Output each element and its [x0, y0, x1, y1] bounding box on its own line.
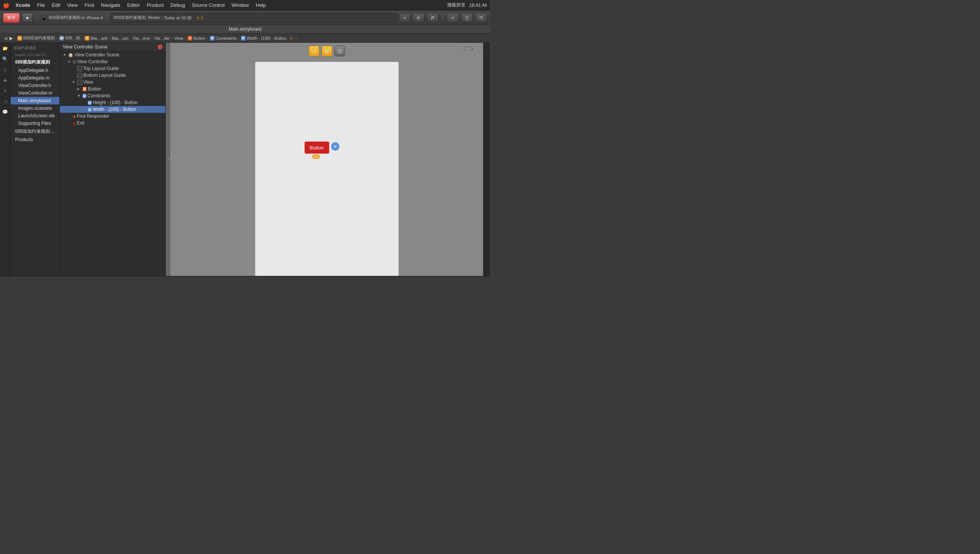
path-icon-width: ⊞ — [241, 36, 245, 40]
sidebar-item-main-storyboard[interactable]: Main.storyboard — [11, 97, 59, 104]
path-item-1[interactable]: A 009添加约束规则 — [18, 35, 55, 41]
path-expand[interactable]: › — [296, 36, 297, 40]
apple-menu[interactable]: 🍎 — [3, 2, 10, 8]
sidebar-item-viewcontroller-m[interactable]: ViewController.m — [11, 89, 59, 97]
tree-node-bottom-layout[interactable]: ▭ Bottom Layout Guide — [60, 72, 165, 79]
menu-xcode[interactable]: Xcode — [13, 2, 33, 9]
device-name: iPhone 6 — [87, 16, 103, 20]
path-item-5[interactable]: Vie…ene — [133, 36, 150, 40]
menu-window[interactable]: Window — [229, 2, 252, 9]
path-item-4[interactable]: Mai…se) — [111, 36, 128, 40]
tree-node-scene[interactable]: ▼ 🏠 View Controller Scene — [60, 51, 165, 58]
tree-node-constraints[interactable]: ▼ ⊞ Constraints — [60, 92, 165, 99]
nav-icon-warning[interactable]: ⚠ — [1, 65, 10, 74]
menu-file[interactable]: File — [34, 2, 48, 9]
main-layout: 📁 🔍 ⚠ ◈ ≡ ◁ 💬 添加约束规则 targets, iOS SDK 8.… — [0, 43, 490, 276]
layout-1[interactable]: ▭ — [447, 13, 458, 23]
stop-button[interactable]: ■ — [22, 13, 33, 23]
menu-help[interactable]: Help — [253, 2, 269, 9]
nav-icon-search[interactable]: 🔍 — [1, 55, 10, 63]
nav-icon-folder[interactable]: 📁 — [1, 44, 10, 53]
assistant-toggle[interactable]: ⇄ — [427, 13, 439, 23]
path-item-view[interactable]: View — [175, 36, 183, 40]
path-item-3[interactable]: S Mai…ard — [85, 36, 107, 40]
file-title: Main.storyboard — [229, 27, 261, 32]
view-icon: ▭ — [77, 80, 82, 85]
sidebar-item-project[interactable]: 009添加约束规则 — [11, 58, 59, 67]
status-time: Today at 16:38 — [164, 16, 191, 20]
tree-node-exit[interactable]: ◈ Exit — [60, 119, 165, 126]
height-constraint-label: Height - (100) - Button — [93, 100, 138, 105]
sidebar-item-tests[interactable]: 009添加约束规则Tests — [11, 127, 59, 136]
layout-3[interactable]: ⊡ — [475, 13, 487, 23]
button-arrow: ▶ — [77, 87, 83, 91]
sidebar-item-group: 添加约束规则 — [11, 44, 59, 52]
nav-icon-breakpoint[interactable]: ◁ — [1, 97, 10, 105]
tree-node-button[interactable]: ▶ B Button — [60, 86, 165, 92]
sidebar-item-supporting[interactable]: Supporting Files — [11, 119, 59, 127]
menu-view[interactable]: View — [64, 2, 81, 9]
canvas-tool-3[interactable]: ⊡ — [334, 46, 345, 56]
tree-node-top-layout[interactable]: ▭ Top Layout Guide — [60, 65, 165, 72]
phone-frame: Button ⊞ 64 — [255, 62, 399, 276]
sidebar-item-appdelegate-h[interactable]: AppDelegate.h — [11, 67, 59, 74]
tree-node-width-constraint[interactable]: ⊞ Width - (100) - Button — [60, 106, 165, 113]
scheme-selector[interactable]: 📱 009添加约束规则 ▶ iPhone 6 — [41, 15, 103, 21]
nav-forward[interactable]: ▶ — [9, 35, 14, 41]
menu-debug[interactable]: Debug — [168, 2, 188, 9]
path-item-button[interactable]: B Button — [188, 36, 205, 40]
tree-node-view[interactable]: ▼ ▭ View — [60, 79, 165, 86]
width-constraint-badge: ⊞ — [331, 142, 339, 151]
sidebar-item-products[interactable]: Products — [11, 136, 59, 143]
scene-label: View Controller Scene — [75, 52, 119, 57]
menu-product[interactable]: Product — [144, 2, 167, 9]
vc-label: View Controller — [77, 59, 108, 64]
canvas-button[interactable]: Button — [305, 142, 329, 154]
menu-editor[interactable]: Editor — [124, 2, 143, 9]
tree-header: View Controller Scene ✕ — [60, 43, 165, 51]
tree-node-viewcontroller[interactable]: ▼ ⊡ View Controller — [60, 58, 165, 65]
canvas-area: ⊙ ⊞ ⊡ Button ⊞ 64 — [170, 43, 483, 276]
bottom-layout-icon: ▭ — [77, 73, 82, 78]
debug-toggle[interactable]: ◎ — [412, 13, 425, 23]
canvas-splitter[interactable] — [166, 43, 170, 276]
path-warning: ⚠ — [290, 35, 293, 40]
scheme-name: 009添加约束规则 — [49, 15, 81, 21]
path-item-constraints[interactable]: ⊞ Constraints — [210, 36, 237, 40]
nav-icon-test[interactable]: ◈ — [1, 76, 10, 84]
title-bar: Main.storyboard — [0, 25, 490, 34]
sidebar-item-images[interactable]: Images.xcassets — [11, 104, 59, 112]
tree-node-height-constraint[interactable]: ⊞ Height - (100) - Button — [60, 99, 165, 106]
tree-node-first-responder[interactable]: ◈ First Responder — [60, 113, 165, 119]
pause-button[interactable]: 暂停 — [3, 13, 20, 23]
path-item-2[interactable]: 📁 009…则 — [59, 35, 80, 41]
first-responder-icon: ◈ — [73, 114, 76, 119]
canvas-tool-2[interactable]: ⊞ — [321, 46, 332, 56]
toolbar-right-buttons: ≡ ◎ ⇄ ▭ ◫ ⊡ — [399, 13, 487, 23]
sidebar-item-appdelegate-m[interactable]: AppDelegate.m — [11, 74, 59, 82]
path-item-6[interactable]: Vie…ller — [154, 36, 170, 40]
path-icon-constraint: ⊞ — [210, 36, 215, 40]
toolbar-separator-2 — [107, 14, 107, 22]
canvas-tool-1[interactable]: ⊙ — [309, 46, 319, 56]
nav-back[interactable]: ◀ — [3, 35, 8, 41]
status-bar: 009添加约束规则: Ready | Today at 16:38 ⚠ 1 — [111, 13, 397, 23]
button-icon: B — [83, 87, 87, 91]
menu-source-control[interactable]: Source Control — [189, 2, 228, 9]
menu-edit[interactable]: Edit — [49, 2, 63, 9]
clock: 16:41:44 — [469, 3, 487, 8]
layout-2[interactable]: ◫ — [461, 13, 473, 23]
nav-icon-report[interactable]: 💬 — [1, 108, 10, 116]
width-constraint-label: Width - (100) - Button — [93, 107, 136, 112]
tree-close-button[interactable]: ✕ — [158, 45, 162, 49]
nav-icon-debug[interactable]: ≡ — [1, 87, 10, 95]
navigator-toggle[interactable]: ≡ — [399, 13, 410, 23]
vc-arrow: ▼ — [67, 60, 73, 64]
button-label-tree: Button — [88, 86, 101, 92]
path-item-width[interactable]: ⊞ Width - (100) - Button — [241, 36, 286, 40]
sidebar-item-launchscreen[interactable]: LaunchScreen.xib — [11, 112, 59, 119]
tree-panel: View Controller Scene ✕ ▼ 🏠 View Control… — [60, 43, 166, 276]
menu-find[interactable]: Find — [81, 2, 97, 9]
sidebar-item-viewcontroller-h[interactable]: ViewController.h — [11, 82, 59, 89]
menu-navigate[interactable]: Navigate — [98, 2, 123, 9]
